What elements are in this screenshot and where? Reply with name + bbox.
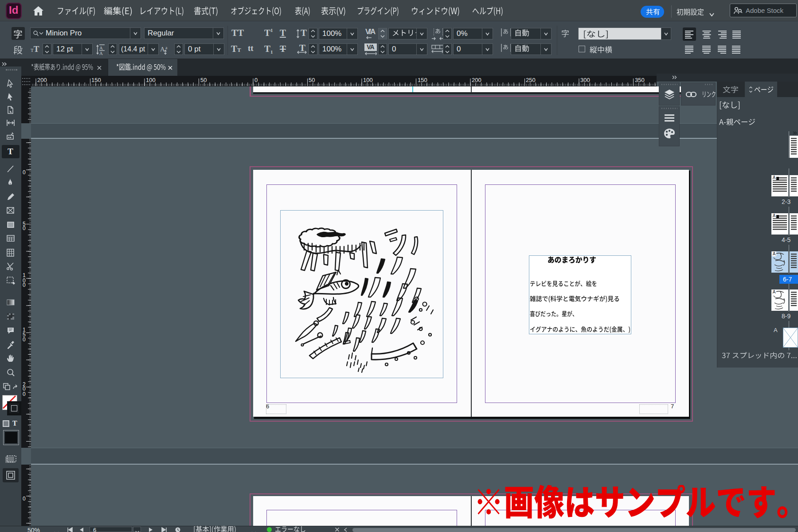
- svg-text:A: A: [99, 51, 103, 55]
- svg-text:A: A: [99, 45, 103, 51]
- svg-text:A: A: [160, 46, 165, 53]
- svg-text:T: T: [8, 147, 13, 156]
- svg-text:a: a: [165, 45, 168, 50]
